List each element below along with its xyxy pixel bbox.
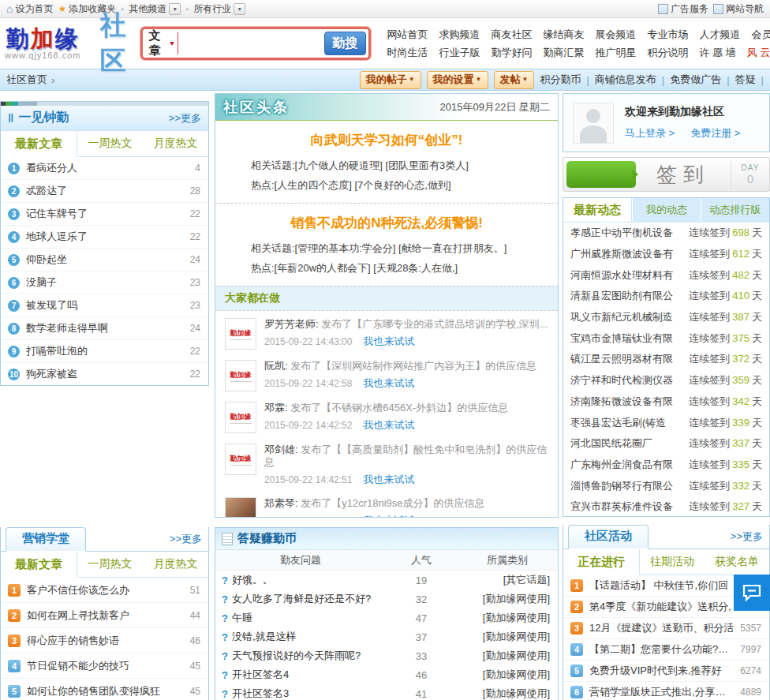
breadcrumb-home[interactable]: 社区首页 [6, 73, 47, 87]
user-name[interactable]: 邓剑雄: [264, 444, 298, 455]
post-title[interactable]: 节日促销不能少的技巧 [27, 659, 185, 673]
post-title[interactable]: 如何让你的销售团队变得疯狂 [27, 684, 185, 698]
story-title[interactable]: 销售不成功的N种死法,必须警惕! [215, 214, 558, 232]
category-link[interactable]: [勤加缘网使用] [457, 649, 558, 663]
story-related-topics[interactable]: 相关话题:[九个做人的硬道理] [团队里面有3类人] [215, 155, 558, 175]
post-title[interactable]: 看病还分人 [26, 161, 190, 175]
story-related-topics[interactable]: 相关话题:[管理的基本功:学会分] [献给一直在打拼朋友。] [215, 238, 558, 258]
nav-link-rank-board[interactable]: 风 云 榜 [742, 43, 770, 62]
tab-latest-articles[interactable]: 最新文章 [1, 552, 77, 578]
panel-title[interactable]: 营销学堂 [6, 527, 86, 552]
sign-in-button[interactable]: 签到 DAY 0 [563, 157, 770, 192]
post-title[interactable]: 数学老师走得早啊 [26, 321, 185, 335]
event-title[interactable]: 【话题活动】 中秋佳节,你们回 [589, 578, 757, 593]
company-link[interactable]: 宝鸡市金博瑞钛业有限 [570, 331, 689, 346]
nav-link-industry[interactable]: 行业子版 [434, 43, 486, 62]
search-button[interactable]: 勤搜 [324, 32, 366, 55]
nav-link-member[interactable]: 会员中心 [746, 25, 770, 43]
event-title[interactable]: 【第二期】您需要什么功能?请告 [589, 642, 735, 657]
avatar[interactable] [225, 497, 256, 518]
site-logo[interactable]: 勤加缘 www.qjy168.com [5, 27, 81, 60]
nav-link-market[interactable]: 专业市场 [642, 25, 694, 43]
question-link[interactable]: 开社区签名4 [232, 668, 386, 682]
user-name[interactable]: 罗芳芳老师: [264, 318, 319, 330]
post-title[interactable]: 忒豁达了 [26, 184, 185, 198]
company-link[interactable]: 清新县宏图助剂有限公 [570, 289, 689, 303]
avatar[interactable]: 勤加缘 [225, 360, 256, 391]
nav-link-community[interactable]: 商友社区 [486, 25, 538, 43]
register-link[interactable]: 免费注册 > [690, 126, 740, 140]
try-it-link[interactable]: 我也来试试 [363, 515, 414, 518]
more-link[interactable]: >>更多 [731, 530, 763, 544]
tab-activity-ranking[interactable]: 动态排行版 [701, 198, 769, 222]
company-link[interactable]: 河北国民纸花圈厂 [570, 436, 689, 451]
tab-monthly-hot[interactable]: 月度热文 [143, 131, 208, 156]
tab-my-activity[interactable]: 我的动态 [632, 198, 701, 222]
user-name[interactable]: 邓霖: [264, 402, 288, 414]
ad-service-link[interactable]: 广告服务 [658, 2, 708, 16]
tab-latest-articles[interactable]: 最新文章 [1, 131, 77, 157]
nav-link-qa[interactable]: 勤学好问 [486, 43, 538, 62]
try-it-link[interactable]: 我也来试试 [363, 474, 414, 485]
feed-action-text[interactable]: 发布了【【高质量助剂】酸性免中和皂洗剂】的供应信息 [264, 444, 547, 468]
try-it-link[interactable]: 我也来试试 [363, 377, 414, 389]
other-channels-menu[interactable]: 其他频道▼ [129, 2, 181, 16]
nav-link-wish-wall[interactable]: 许 愿 墙 [694, 43, 742, 62]
story-hot-topics[interactable]: 热点:[人生的四个态度] [7个良好的心态,做到] [215, 175, 558, 195]
question-link[interactable]: 好饿。。 [232, 573, 386, 587]
nav-link-home[interactable]: 网站首页 [382, 25, 434, 43]
more-link[interactable]: >>更多 [170, 532, 202, 546]
nav-link-promo-star[interactable]: 推广明星 [590, 43, 642, 62]
try-it-link[interactable]: 我也来试试 [363, 419, 414, 431]
category-link[interactable]: [勤加缘网使用] [457, 630, 558, 644]
site-nav-link[interactable]: 网站导航 [713, 2, 764, 16]
answer-link[interactable]: 答疑 [735, 73, 756, 87]
company-link[interactable]: 淄博鲁韵钢琴行有限公 [570, 479, 689, 493]
login-link[interactable]: 马上登录 > [625, 126, 675, 140]
feed-action-text[interactable]: 发布了【不锈钢水槽6456X-外斜边】的供应信息 [290, 402, 508, 414]
category-link[interactable]: [其它话题] [457, 573, 558, 587]
story-title[interactable]: 向武则天学习如何“创业”! [215, 131, 558, 149]
question-link[interactable]: 女人吃多了海鲜是好还是不好? [232, 592, 386, 606]
search-category-dropdown[interactable]: 文章 [149, 28, 174, 58]
question-link[interactable]: 午睡 [232, 611, 386, 625]
panel-title[interactable]: 社区活动 [568, 525, 649, 549]
tab-weekly-hot[interactable]: 一周热文 [77, 552, 143, 577]
company-link[interactable]: 镇江星云照明器材有限 [570, 352, 689, 366]
my-posts-button[interactable]: 我的帖子▼ [360, 71, 421, 89]
tab-weekly-hot[interactable]: 一周热文 [77, 131, 143, 156]
tab-winners[interactable]: 获奖名单 [705, 549, 769, 575]
company-link[interactable]: 宜兴市群英标准件设备 [570, 500, 689, 514]
post-title[interactable]: 客户不信任你该怎么办 [27, 583, 185, 597]
feedback-chat-button[interactable] [734, 575, 770, 611]
company-link[interactable]: 枣强县宏达毛刷(铸造 [570, 416, 689, 430]
chevron-down-icon[interactable]: ▼ [234, 3, 245, 15]
category-link[interactable]: [勤加缘网使用] [457, 668, 558, 682]
avatar[interactable]: 勤加缘 [225, 318, 256, 350]
company-link[interactable]: 广东梅州金润食品有限 [570, 458, 689, 472]
nav-link-buying[interactable]: 求购频道 [434, 25, 486, 43]
nav-link-business[interactable]: 勤商汇聚 [538, 43, 590, 62]
user-name[interactable]: 郑素琴: [264, 497, 298, 509]
post-title[interactable]: 没脑子 [26, 275, 185, 290]
tab-ongoing[interactable]: 正在进行 [563, 549, 640, 575]
nav-link-points[interactable]: 积分说明 [642, 43, 694, 62]
points-link[interactable]: 积分勤币 [540, 73, 581, 87]
question-link[interactable]: 没错,就是这样 [232, 630, 386, 644]
shop-info-link[interactable]: 商铺信息发布 [595, 73, 656, 87]
tab-monthly-hot[interactable]: 月度热文 [143, 552, 208, 577]
user-name[interactable]: 阮凯: [264, 360, 288, 372]
nav-link-expo[interactable]: 展会频道 [590, 25, 642, 43]
event-title[interactable]: 营销学堂版块正式推出,分享您的 [589, 685, 735, 699]
post-title[interactable]: 得心应手的销售妙语 [27, 634, 185, 648]
tab-past-events[interactable]: 往期活动 [640, 549, 705, 575]
new-post-button[interactable]: 发帖▼ [494, 71, 535, 89]
event-title[interactable]: 免费升级VIP时代到来,推荐好 [589, 664, 735, 678]
post-title[interactable]: 狗死家被盗 [26, 367, 185, 381]
company-link[interactable]: 广州威雅斯微波设备有 [570, 247, 689, 261]
feed-action-text[interactable]: 发布了【广东哪专业的港式甜品培训的学校,深圳... [321, 318, 548, 330]
company-link[interactable]: 河南恒源水处理材料有 [570, 268, 689, 283]
post-title[interactable]: 被发现了吗 [26, 298, 185, 313]
event-title[interactable]: 第4季度《新功能建议》送积分, [589, 600, 757, 614]
avatar[interactable]: 勤加缘 [225, 402, 256, 433]
